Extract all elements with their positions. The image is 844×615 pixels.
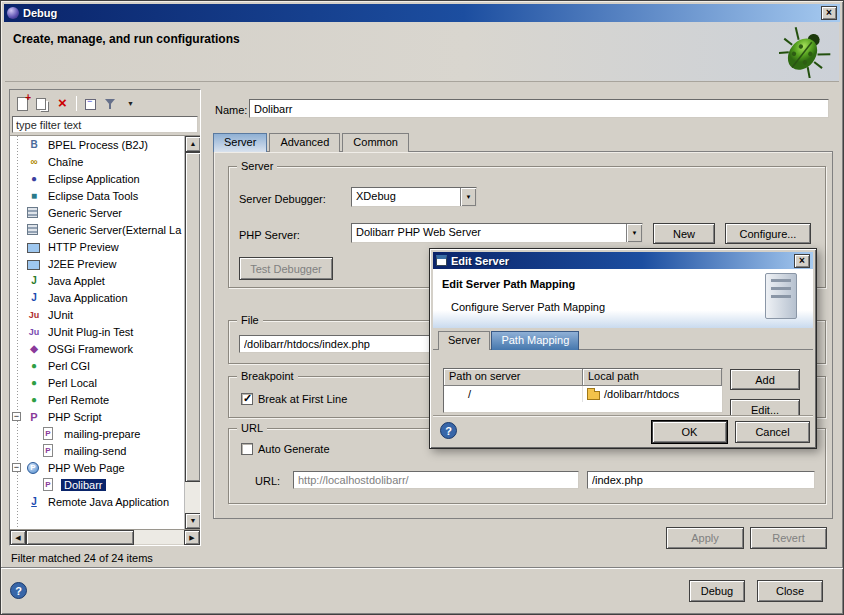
- auto-generate-checkbox[interactable]: [241, 443, 253, 455]
- tree-item[interactable]: Remote Java Application: [10, 493, 184, 510]
- new-server-button[interactable]: New: [653, 223, 715, 244]
- cancel-button[interactable]: Cancel: [735, 421, 810, 443]
- tree-item[interactable]: Perl Remote: [10, 391, 184, 408]
- tree-horizontal-scrollbar[interactable]: ◀ ▶: [10, 529, 200, 544]
- remote-java-icon: [27, 495, 41, 509]
- tree-item[interactable]: Eclipse Application: [10, 170, 184, 187]
- tree-item[interactable]: Eclipse Data Tools: [10, 187, 184, 204]
- tab-advanced[interactable]: Advanced: [269, 133, 340, 152]
- eclipse-icon: [27, 172, 41, 186]
- tab-common[interactable]: Common: [342, 133, 409, 152]
- table-row[interactable]: / /dolibarr/htdocs: [444, 386, 722, 402]
- bottom-separator: [1, 567, 843, 569]
- tree-item[interactable]: Chaîne: [10, 153, 184, 170]
- config-tree: BPEL Process (B2J)ChaîneEclipse Applicat…: [10, 136, 184, 529]
- tree-item[interactable]: mailing-prepare: [10, 425, 184, 442]
- duplicate-config-icon[interactable]: [34, 95, 51, 112]
- dialog-app-icon: [436, 255, 447, 266]
- junit-icon: [27, 308, 41, 322]
- close-button[interactable]: Close: [757, 580, 823, 602]
- dropdown-arrow-icon[interactable]: ▼: [626, 224, 642, 242]
- filter-input[interactable]: [12, 116, 198, 133]
- php-server-value: Dolibarr PHP Web Server: [352, 224, 626, 242]
- tree-item[interactable]: JUnit Plug-in Test: [10, 323, 184, 340]
- apply-button[interactable]: Apply: [666, 527, 744, 549]
- perl-icon: [27, 393, 41, 407]
- break-first-line-checkbox[interactable]: [241, 393, 253, 405]
- dialog-header-text: Create, manage, and run configurations: [13, 32, 240, 46]
- folder-icon: [587, 391, 600, 400]
- tree-item[interactable]: Java Application: [10, 289, 184, 306]
- tree-item[interactable]: Generic Server: [10, 204, 184, 221]
- test-debugger-button[interactable]: Test Debugger: [239, 257, 333, 280]
- tree-vertical-scrollbar[interactable]: ▲ ▼: [184, 136, 200, 529]
- collapse-toggle-icon[interactable]: −: [12, 463, 21, 472]
- vertical-scroll-thumb[interactable]: [185, 152, 200, 482]
- filter-options-icon[interactable]: [102, 95, 119, 112]
- tree-item-label: BPEL Process (B2J): [45, 139, 151, 151]
- tree-item-label: Perl CGI: [45, 360, 93, 372]
- tree-item[interactable]: Dolibarr: [10, 476, 184, 493]
- config-tree-wrap: BPEL Process (B2J)ChaîneEclipse Applicat…: [10, 135, 200, 529]
- collapse-toggle-icon[interactable]: −: [12, 412, 21, 421]
- php-web-icon: [27, 462, 39, 474]
- toolbar-separator: [76, 96, 77, 111]
- url-path-input[interactable]: [587, 471, 815, 489]
- edit-server-dialog: Edit Server × Edit Server Path Mapping C…: [429, 248, 817, 449]
- scroll-down-icon[interactable]: ▼: [185, 513, 200, 529]
- debug-configurations-window: Debug × Create, manage, and run configur…: [0, 0, 844, 615]
- tree-item[interactable]: HTTP Preview: [10, 238, 184, 255]
- menu-dropdown-icon[interactable]: [122, 95, 139, 112]
- php-server-combo[interactable]: Dolibarr PHP Web Server ▼: [351, 223, 643, 243]
- php-file-icon: [43, 444, 53, 457]
- tree-item[interactable]: J2EE Preview: [10, 255, 184, 272]
- server-debugger-combo[interactable]: XDebug ▼: [351, 187, 477, 207]
- tab-server[interactable]: Server: [213, 133, 267, 152]
- delete-config-icon[interactable]: [54, 95, 71, 112]
- config-tabs: Server Advanced Common: [213, 133, 411, 152]
- tree-item[interactable]: OSGi Framework: [10, 340, 184, 357]
- tree-item[interactable]: JUnit: [10, 306, 184, 323]
- name-input[interactable]: [249, 99, 829, 118]
- collapse-all-icon[interactable]: [82, 95, 99, 112]
- server-debugger-value: XDebug: [352, 188, 460, 206]
- help-button[interactable]: ?: [10, 582, 27, 599]
- java-icon: [27, 291, 41, 305]
- debug-button[interactable]: Debug: [689, 580, 745, 602]
- chain-icon: [27, 155, 41, 169]
- tree-item-label: PHP Web Page: [45, 462, 128, 474]
- scroll-up-icon[interactable]: ▲: [185, 136, 200, 152]
- revert-button[interactable]: Revert: [750, 527, 827, 549]
- ok-button[interactable]: OK: [652, 421, 727, 443]
- column-header-path-on-server[interactable]: Path on server: [444, 369, 583, 386]
- url-base-input[interactable]: [293, 471, 579, 489]
- scroll-left-icon[interactable]: ◀: [10, 530, 26, 545]
- local-path-text: /dolibarr/htdocs: [604, 388, 679, 400]
- tree-item[interactable]: mailing-send: [10, 442, 184, 459]
- server-debugger-label: Server Debugger:: [239, 193, 326, 205]
- tree-item[interactable]: −PHP Web Page: [10, 459, 184, 476]
- add-mapping-button[interactable]: Add: [730, 369, 800, 390]
- configure-server-button[interactable]: Configure...: [725, 223, 811, 244]
- tree-item[interactable]: Java Applet: [10, 272, 184, 289]
- config-toolbar: [10, 90, 200, 116]
- tree-item[interactable]: −PHP Script: [10, 408, 184, 425]
- break-first-line-label: Break at First Line: [258, 393, 347, 405]
- tab-server-settings[interactable]: Server: [438, 331, 490, 350]
- horizontal-scroll-thumb[interactable]: [26, 530, 134, 545]
- tree-item-label: Eclipse Data Tools: [45, 190, 141, 202]
- tree-item[interactable]: BPEL Process (B2J): [10, 136, 184, 153]
- tree-item[interactable]: Perl Local: [10, 374, 184, 391]
- tab-path-mapping[interactable]: Path Mapping: [491, 331, 579, 350]
- php-file-icon: [43, 427, 53, 440]
- window-close-button[interactable]: ×: [821, 6, 837, 20]
- dialog-help-button[interactable]: ?: [440, 422, 457, 439]
- tree-item[interactable]: Generic Server(External La: [10, 221, 184, 238]
- tree-item[interactable]: Perl CGI: [10, 357, 184, 374]
- column-header-local-path[interactable]: Local path: [583, 369, 722, 386]
- window-title: Debug: [23, 7, 817, 19]
- scroll-right-icon[interactable]: ▶: [184, 530, 200, 545]
- dialog-close-button[interactable]: ×: [794, 254, 810, 268]
- dropdown-arrow-icon[interactable]: ▼: [460, 188, 476, 206]
- new-config-icon[interactable]: [14, 95, 31, 112]
